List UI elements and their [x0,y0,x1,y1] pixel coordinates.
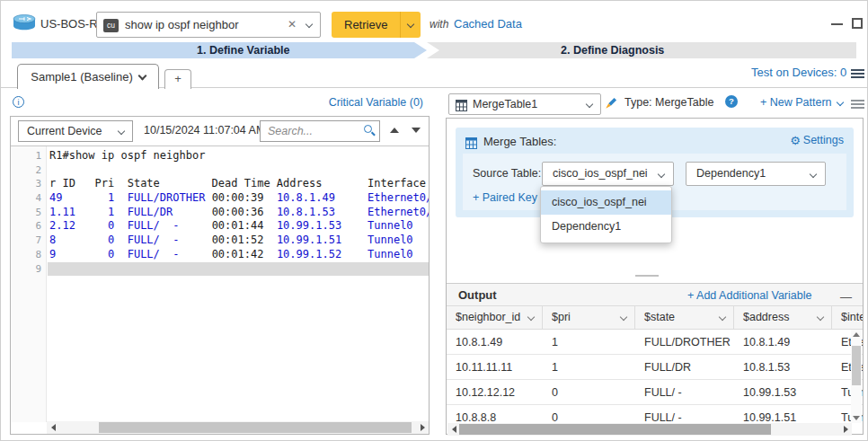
code-text: R1#show ip ospf neighbor [49,149,205,163]
with-label: with [430,18,448,31]
code-line-5[interactable]: 51.11 1 FULL/DR 00:00:36 10.8.1.53 Ether… [11,206,429,220]
cached-data-link[interactable]: Cached Data [454,17,522,31]
code-text: 49 1 FULL/DROTHER 00:00:39 10.8.1.49 Eth… [49,191,429,206]
column-header-state[interactable]: $state [635,306,734,330]
column-label: $address [743,311,789,323]
code-line-3[interactable]: 3r ID Pri State Dead Time Address Interf… [11,177,429,191]
source-table-dropdown-list[interactable]: cisco_ios_ospf_neiDependency1 [540,186,672,243]
line-number: 9 [11,262,41,277]
scroll-right-arrow[interactable] [839,423,852,436]
source-table-dropdown[interactable]: cisco_ios_ospf_nei [542,162,674,186]
scroll-right-arrow[interactable] [416,421,429,434]
tab-label: Sample1 (Baseline) [31,70,132,84]
dropdown-option-cisco_ios_ospf_nei[interactable]: cisco_ios_ospf_nei [541,190,671,215]
chevron-down-icon[interactable] [527,313,535,321]
column-header-interface[interactable]: $interface [832,306,863,330]
find-next-button[interactable] [412,128,421,133]
scroll-up-arrow[interactable] [853,332,860,337]
menu-icon[interactable] [851,98,864,110]
add-tab-button[interactable]: + [164,69,191,89]
horizontal-scrollbar[interactable] [47,421,429,434]
horizontal-scrollbar[interactable] [447,423,852,436]
help-icon[interactable]: ? [725,95,738,108]
search-box[interactable] [260,120,380,142]
retrieve-dropdown-button[interactable] [401,12,421,38]
table-icon [465,137,477,153]
chevron-down-icon[interactable] [719,313,726,321]
chevron-down-icon[interactable] [817,313,824,321]
scrollbar-thumb[interactable] [99,422,412,433]
find-previous-button[interactable] [390,128,399,133]
chevron-down-icon[interactable] [306,21,313,28]
column-header-pri[interactable]: $pri [543,306,635,330]
window-minimize-icon[interactable] [831,23,843,25]
dependency-dropdown[interactable]: Dependency1 [686,162,826,186]
cli-output-editor[interactable]: 1R1#show ip ospf neighbor23r ID Pri Stat… [11,146,429,422]
info-icon[interactable]: i [13,96,24,108]
code-line-9[interactable]: 9 [11,262,429,277]
table-cell: FULL/DR [635,355,734,379]
step-define-variable[interactable]: 1. Define Variable [12,42,427,58]
device-selector-dropdown[interactable]: Current Device [18,120,133,142]
column-label: $state [644,311,675,323]
column-header-address[interactable]: $address [734,306,832,330]
command-input[interactable]: cu show ip ospf neighbor ✕ [96,12,321,38]
search-icon[interactable] [364,125,372,133]
code-line-8[interactable]: 89 0 FULL/ - 00:01:42 10.99.1.52 Tunnel0 [11,248,429,262]
code-line-4[interactable]: 449 1 FULL/DROTHER 00:00:39 10.8.1.49 Et… [11,191,429,206]
pattern-selector-dropdown[interactable]: MergeTable1 [448,93,601,115]
line-number: 8 [11,248,41,262]
scroll-down-arrow[interactable] [853,416,860,420]
add-additional-variable-button[interactable]: + Add Additional Variable [687,289,811,302]
test-on-devices-link[interactable]: Test on Devices: 0 [751,66,846,79]
code-line-2[interactable]: 2 [11,163,429,178]
code-line-7[interactable]: 78 0 FULL/ - 00:01:52 10.99.1.51 Tunnel0 [11,234,429,248]
chevron-down-icon[interactable] [137,71,146,80]
column-header-neighbor_id[interactable]: $neighbor_id [447,306,543,330]
command-text[interactable]: show ip ospf neighbor [125,18,238,31]
table-cell: 10.8.1.49 [734,330,832,354]
scroll-left-arrow[interactable] [47,421,59,434]
table-row[interactable]: 10.8.1.491FULL/DROTHER10.8.1.49Ethernet0… [447,330,863,355]
clear-icon[interactable]: ✕ [288,18,297,31]
pattern-selector-value: MergeTable1 [473,98,537,110]
line-number: 7 [11,234,41,248]
line-number: 2 [11,163,41,178]
source-table-label: Source Table: [473,167,541,180]
new-pattern-button[interactable]: + New Pattern [760,96,843,109]
edit-pencil-icon[interactable] [605,97,617,113]
scroll-left-arrow[interactable] [447,423,460,436]
table-cell: 10.12.12.12 [447,380,543,404]
code-line-6[interactable]: 62.12 0 FULL/ - 00:01:44 10.99.1.53 Tunn… [11,219,429,234]
table-row[interactable]: 10.12.12.120FULL/ -10.99.1.53Tunnel0 [447,380,863,405]
retrieve-button[interactable]: Retrieve [332,12,421,38]
output-title: Output [458,288,497,302]
minimize-section-icon[interactable]: — [840,290,852,304]
scrollbar-thumb[interactable] [459,424,771,435]
table-row[interactable]: 10.11.11.111FULL/DR10.8.1.53Ethernet0/1 [447,355,863,380]
code-text: r ID Pri State Dead Time Address Interfa… [49,177,426,191]
search-input[interactable] [261,121,356,141]
chevron-down-icon[interactable] [586,101,593,108]
step1-label: 1. Define Variable [197,44,290,57]
vertical-scrollbar[interactable] [851,330,862,423]
collapse-handle[interactable] [635,275,659,283]
settings-button[interactable]: ⚙Settings [790,134,844,147]
critical-variable-link[interactable]: Critical Variable (0) [329,96,423,109]
menu-icon[interactable] [851,67,864,80]
chevron-down-icon[interactable] [620,313,627,321]
paired-key-button[interactable]: + Paired Key [473,191,537,204]
dropdown-option-Dependency1[interactable]: Dependency1 [541,215,671,239]
sample-toolbar: Current Device 10/15/2024 11:07:04 AM [11,117,429,146]
window-maximize-icon[interactable] [852,18,863,29]
step-define-diagnosis[interactable]: 2. Define Diagnosis [427,42,856,58]
code-line-1[interactable]: 1R1#show ip ospf neighbor [11,149,429,163]
output-table-body: 10.8.1.491FULL/DROTHER10.8.1.49Ethernet0… [447,330,863,423]
tab-sample1-baseline[interactable]: Sample1 (Baseline) [17,64,159,89]
retrieve-label[interactable]: Retrieve [332,12,400,38]
scrollbar-thumb[interactable] [852,346,861,385]
table-row[interactable]: 10.8.8.80FULL/ -10.99.1.51Tunnel0 [447,405,863,423]
pattern-type-label: Type: MergeTable [624,96,713,109]
top-toolbar: US-BOS-R1 cu show ip ospf neighbor ✕ Ret… [1,1,867,42]
code-text: 9 0 FULL/ - 00:01:42 10.99.1.52 Tunnel0 [49,248,413,262]
